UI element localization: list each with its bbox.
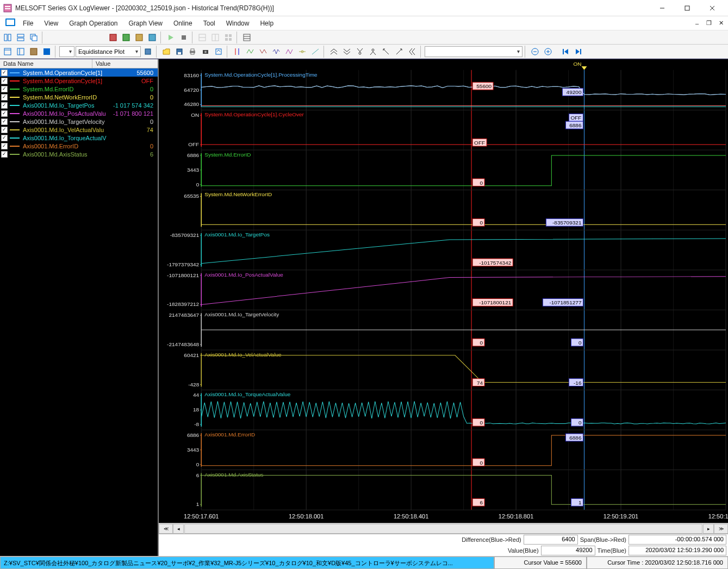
grid-a-icon[interactable]: [196, 32, 208, 43]
checkbox[interactable]: ✓: [1, 102, 8, 109]
zoom-a-icon[interactable]: [328, 46, 340, 58]
checkbox[interactable]: ✓: [1, 110, 8, 117]
zoom-out-icon[interactable]: [529, 46, 541, 58]
svg-marker-72: [581, 66, 587, 70]
zoom-g-icon[interactable]: [406, 46, 418, 58]
sidebar-row[interactable]: ✓System.Md.NetWorkErrorID0: [0, 93, 158, 101]
checkbox[interactable]: ✓: [1, 78, 8, 84]
menu-help[interactable]: Help: [254, 17, 279, 29]
span-label: Span(Blue->Red): [580, 536, 626, 543]
menu-graph-operation[interactable]: Graph Operation: [64, 17, 123, 29]
layout2-icon[interactable]: [15, 46, 27, 58]
maximize-button[interactable]: [675, 0, 700, 16]
sidebar-row[interactable]: ✓System.Md.OperationCycle[1]55600: [0, 68, 158, 77]
mdi-restore-button[interactable]: ❐: [704, 18, 714, 28]
zoom-f-icon[interactable]: [393, 46, 405, 58]
view-tile-h-icon[interactable]: [2, 32, 14, 43]
cursor-red-icon[interactable]: [231, 46, 243, 58]
tool-c-icon[interactable]: [133, 32, 145, 43]
mdi-close-button[interactable]: ✕: [716, 18, 726, 28]
zoom-in-icon[interactable]: [542, 46, 554, 58]
skip-back-icon[interactable]: [559, 46, 571, 58]
grid-c-icon[interactable]: [222, 32, 234, 43]
close-button[interactable]: [700, 0, 725, 16]
sidebar-row[interactable]: ✓Axis0001.Md.Io_TargetVelocity0: [0, 117, 158, 126]
menu-view[interactable]: View: [39, 17, 64, 29]
sidebar-row[interactable]: ✓System.Md.ErrorID0: [0, 85, 158, 93]
combo-small[interactable]: [59, 46, 74, 57]
sidebar-row[interactable]: ✓Axis0001.Md.Io_PosActualValu-1 071 800 …: [0, 109, 158, 117]
plot-mode-combo[interactable]: Equidistance Plot: [76, 46, 141, 57]
checkbox[interactable]: ✓: [1, 135, 8, 141]
stop-icon[interactable]: [178, 32, 190, 43]
sidebar-row[interactable]: ✓Axis0001.Md.Io_TargetPos-1 017 574 342: [0, 101, 158, 109]
menu-file[interactable]: File: [17, 17, 39, 29]
wave-f-icon[interactable]: [309, 46, 321, 58]
sidebar-row[interactable]: ✓Axis0001.Md.Io_VelActualValu74: [0, 126, 158, 134]
sidebar-row[interactable]: ✓Axis0001.Md.Io_TorqueActualV: [0, 134, 158, 142]
checkbox[interactable]: ✓: [1, 86, 8, 92]
wave-d-icon[interactable]: [283, 46, 295, 58]
row-name: System.Md.OperationCycle[1]: [23, 70, 111, 76]
play-icon[interactable]: [165, 32, 177, 43]
app-menu-icon[interactable]: [3, 16, 17, 30]
grid-d-icon[interactable]: [241, 32, 253, 43]
save-icon[interactable]: [173, 46, 185, 58]
chart-area[interactable]: ON831606472046280System.Md.OperationCycl…: [159, 59, 728, 523]
checkbox[interactable]: ✓: [1, 127, 8, 133]
sidebar-row[interactable]: ✓Axis0001.Md.AxisStatus6: [0, 150, 158, 158]
checkbox[interactable]: ✓: [1, 143, 8, 149]
hscroll-left[interactable]: ◂: [173, 524, 184, 534]
wave-b-icon[interactable]: [257, 46, 269, 58]
camera-icon[interactable]: [200, 46, 211, 58]
svg-text:-1071800121: -1071800121: [479, 299, 512, 305]
checkbox[interactable]: ✓: [1, 70, 8, 76]
svg-rect-36: [145, 49, 151, 54]
hscroll-fast-right[interactable]: ≫: [714, 524, 728, 534]
wave-c-icon[interactable]: [270, 46, 282, 58]
svg-text:83160: 83160: [184, 72, 199, 78]
menubar: File View Graph Operation Graph View Onl…: [0, 16, 728, 30]
wave-a-icon[interactable]: [244, 46, 256, 58]
export-icon[interactable]: [213, 46, 225, 58]
layout3-icon[interactable]: [28, 46, 40, 58]
tool-a-icon[interactable]: [107, 32, 119, 43]
skip-fwd-icon[interactable]: [573, 46, 584, 58]
sidebar-row[interactable]: ✓System.Md.OperationCycle[1]OFF: [0, 77, 158, 85]
svg-text:6: 6: [480, 499, 483, 505]
hscroll-right[interactable]: ▸: [703, 524, 714, 534]
spare-combo[interactable]: [425, 46, 522, 57]
minimize-button[interactable]: [650, 0, 675, 16]
tool-b-icon[interactable]: [120, 32, 132, 43]
svg-rect-10: [17, 38, 24, 41]
zoom-b-icon[interactable]: [341, 46, 353, 58]
row-name: Axis0001.Md.Io_TargetVelocity: [23, 118, 111, 125]
open-folder-icon[interactable]: [160, 46, 172, 58]
zoom-e-icon[interactable]: [380, 46, 392, 58]
menu-online[interactable]: Online: [168, 17, 198, 29]
zoom-c-icon[interactable]: [354, 46, 366, 58]
checkbox[interactable]: ✓: [1, 151, 8, 158]
mdi-minimize-button[interactable]: –: [692, 18, 702, 28]
zoom-d-icon[interactable]: [367, 46, 379, 58]
layout4-icon[interactable]: [41, 46, 53, 58]
hscroll-fast-left[interactable]: ≪: [159, 524, 173, 534]
wave-e-icon[interactable]: [296, 46, 308, 58]
sidebar-header: Data Name Value: [0, 59, 158, 68]
col-value-header[interactable]: Value: [92, 59, 158, 68]
tool-e-icon[interactable]: [142, 46, 154, 58]
checkbox[interactable]: ✓: [1, 94, 8, 101]
menu-graph-view[interactable]: Graph View: [123, 17, 168, 29]
layout1-icon[interactable]: [2, 46, 14, 58]
view-cascade-icon[interactable]: [28, 32, 40, 43]
checkbox[interactable]: ✓: [1, 118, 8, 125]
hscroll-track[interactable]: [184, 524, 702, 534]
menu-window[interactable]: Window: [221, 17, 255, 29]
sidebar-row[interactable]: ✓Axis0001.Md.ErrorID0: [0, 142, 158, 150]
menu-tool[interactable]: Tool: [198, 17, 221, 29]
print-icon[interactable]: [186, 46, 198, 58]
grid-b-icon[interactable]: [209, 32, 221, 43]
view-tile-v-icon[interactable]: [15, 32, 27, 43]
tool-d-icon[interactable]: [146, 32, 158, 43]
col-name-header[interactable]: Data Name: [0, 59, 92, 68]
